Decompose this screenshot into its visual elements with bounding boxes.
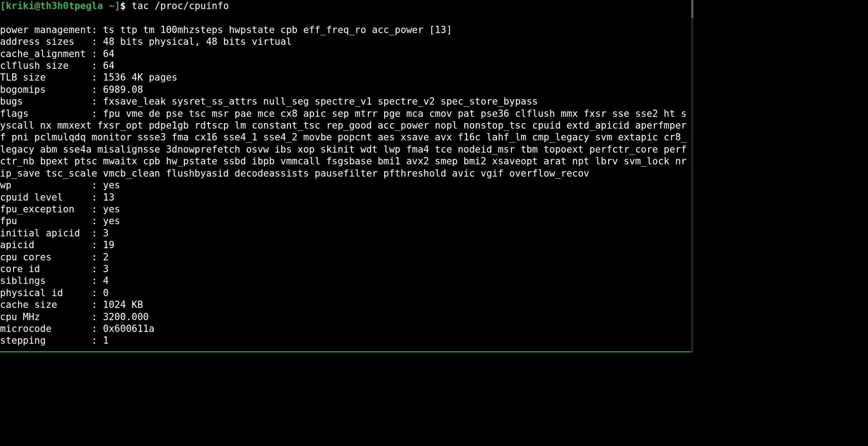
output-line: fpu_exception : yes (0, 204, 120, 215)
output-line: initial apicid : 3 (0, 228, 109, 239)
output-line: bugs : fxsave_leak sysret_ss_attrs null_… (0, 96, 538, 107)
output-line: wp : yes (0, 180, 120, 191)
output-line: microcode : 0x600611a (0, 323, 154, 334)
output-line: apicid : 19 (0, 240, 114, 250)
output-line: cpu MHz : 3200.000 (0, 312, 149, 322)
output-line: cpuid level : 13 (0, 192, 114, 203)
output-line: power management: ts ttp tm 100mhzsteps … (0, 24, 452, 35)
output-line: clflush size : 64 (0, 60, 114, 71)
output-line: stepping : 1 (0, 335, 109, 346)
prompt-host: th3h0tpegla (40, 0, 103, 11)
output-line: cache_alignment : 64 (0, 48, 114, 59)
output-line: cache size : 1024 KB (0, 299, 143, 310)
output-line: address sizes : 48 bits physical, 48 bit… (0, 36, 292, 47)
prompt-at-sep: @ (34, 0, 40, 11)
command-text: tac /proc/cpuinfo (132, 0, 229, 11)
prompt-user: kriki (6, 0, 34, 11)
output-line: bogomips : 6989.08 (0, 84, 143, 95)
terminal-window: [kriki@th3h0tpegla ~]$ tac /proc/cpuinfo… (0, 0, 868, 446)
output-line: siblings : 4 (0, 275, 109, 286)
prompt-dollar: $ (120, 0, 132, 11)
output-line: core id : 3 (0, 264, 109, 274)
output-line: flags : fpu vme de pse tsc msr pae mce c… (0, 108, 687, 179)
prompt-open-bracket: [ (0, 0, 6, 11)
output-line: cpu cores : 2 (0, 252, 109, 263)
scrollbar-vertical[interactable] (692, 0, 693, 352)
output-line: physical id : 0 (0, 288, 109, 298)
scrollbar-thumb[interactable] (692, 0, 693, 18)
prompt-cwd: ~ (103, 0, 114, 11)
output-line: TLB size : 1536 4K pages (0, 72, 177, 83)
prompt-close-bracket: ] (114, 0, 120, 11)
output-line: fpu : yes (0, 216, 120, 226)
terminal-viewport[interactable]: [kriki@th3h0tpegla ~]$ tac /proc/cpuinfo… (0, 0, 692, 352)
